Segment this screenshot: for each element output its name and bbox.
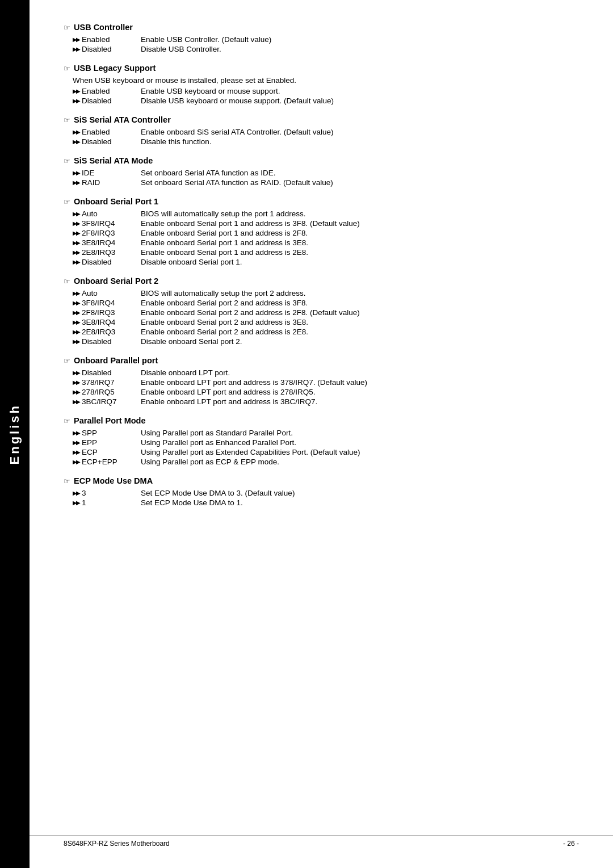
option-row: AutoBIOS will automatically setup the po… [73,209,579,218]
option-value: Enable onboard Serial port 2 and address… [141,328,579,336]
option-row: 378/IRQ7Enable onboard LPT port and addr… [73,378,579,387]
section-title-ecp-mode-use-dma: ECP Mode Use DMA [64,476,579,485]
option-row: ECP+EPPUsing Parallel port as ECP & EPP … [73,458,579,466]
option-key: RAID [73,178,141,187]
section-title-sis-serial-ata-controller: SiS Serial ATA Controller [64,115,579,124]
option-key: Disabled [73,337,141,346]
option-row: EPPUsing Parallel port as Enhanced Paral… [73,438,579,447]
option-value: Disable USB Controller. [141,45,579,53]
footer-right: - 26 - [563,840,579,848]
option-key: Enabled [73,128,141,136]
section-title-usb-legacy-support: USB Legacy Support [64,64,579,73]
option-value: Enable onboard SiS serial ATA Controller… [141,128,579,136]
option-key: 3E8/IRQ4 [73,318,141,326]
section-ecp-mode-use-dma: ECP Mode Use DMA3Set ECP Mode Use DMA to… [64,476,579,507]
option-value: Disable USB keyboard or mouse support. (… [141,97,579,105]
section-title-onboard-parallel-port: Onboard Parallel port [64,356,579,365]
option-key: Enabled [73,35,141,44]
option-key: IDE [73,169,141,177]
option-row: EnabledEnable onboard SiS serial ATA Con… [73,128,579,136]
option-key: 2F8/IRQ3 [73,229,141,237]
option-key: 2E8/IRQ3 [73,248,141,257]
option-row: 3Set ECP Mode Use DMA to 3. (Default val… [73,489,579,497]
option-value: Disable this function. [141,137,579,146]
option-value: Disable onboard Serial port 2. [141,337,579,346]
option-value: Enable USB Controller. (Default value) [141,35,579,44]
option-row: DisabledDisable this function. [73,137,579,146]
section-onboard-parallel-port: Onboard Parallel portDisabledDisable onb… [64,356,579,406]
option-value: Enable onboard Serial port 1 and address… [141,219,579,228]
option-row: DisabledDisable onboard Serial port 2. [73,337,579,346]
option-value: Enable onboard LPT port and address is 3… [141,397,579,406]
option-key: 2E8/IRQ3 [73,328,141,336]
option-key: 378/IRQ7 [73,378,141,387]
section-onboard-serial-port-1: Onboard Serial Port 1AutoBIOS will autom… [64,197,579,266]
option-row: 3E8/IRQ4Enable onboard Serial port 2 and… [73,318,579,326]
option-row: 2F8/IRQ3Enable onboard Serial port 1 and… [73,229,579,237]
option-value: BIOS will automatically setup the port 1… [141,209,579,218]
section-title-onboard-serial-port-1: Onboard Serial Port 1 [64,197,579,206]
option-value: Set onboard Serial ATA function as IDE. [141,169,579,177]
option-value: Enable onboard Serial port 2 and address… [141,308,579,317]
section-usb-controller: USB ControllerEnabledEnable USB Controll… [64,23,579,53]
option-key: 3F8/IRQ4 [73,219,141,228]
option-row: RAIDSet onboard Serial ATA function as R… [73,178,579,187]
option-row: 3F8/IRQ4Enable onboard Serial port 2 and… [73,299,579,307]
option-key: ECP [73,448,141,456]
option-value: Disable onboard LPT port. [141,368,579,377]
option-row: 2E8/IRQ3Enable onboard Serial port 2 and… [73,328,579,336]
option-value: BIOS will automatically setup the port 2… [141,289,579,297]
option-row: SPPUsing Parallel port as Standard Paral… [73,429,579,437]
option-key: Auto [73,209,141,218]
option-value: Set ECP Mode Use DMA to 1. [141,498,579,507]
option-value: Using Parallel port as Standard Parallel… [141,429,579,437]
option-key: Disabled [73,45,141,53]
option-key: 3F8/IRQ4 [73,299,141,307]
section-title-parallel-port-mode: Parallel Port Mode [64,416,579,425]
section-sis-serial-ata-controller: SiS Serial ATA ControllerEnabledEnable o… [64,115,579,146]
option-value: Using Parallel port as Enhanced Parallel… [141,438,579,447]
section-note-usb-legacy-support: When USB keyboard or mouse is installed,… [73,76,579,85]
option-row: 3F8/IRQ4Enable onboard Serial port 1 and… [73,219,579,228]
footer-left: 8S648FXP-RZ Series Motherboard [64,840,170,848]
option-row: DisabledDisable onboard LPT port. [73,368,579,377]
section-title-sis-serial-ata-mode: SiS Serial ATA Mode [64,156,579,165]
option-value: Enable onboard LPT port and address is 3… [141,378,579,387]
option-row: 1Set ECP Mode Use DMA to 1. [73,498,579,507]
section-onboard-serial-port-2: Onboard Serial Port 2AutoBIOS will autom… [64,276,579,346]
option-value: Enable onboard Serial port 1 and address… [141,248,579,257]
option-key: 3BC/IRQ7 [73,397,141,406]
option-row: EnabledEnable USB Controller. (Default v… [73,35,579,44]
option-key: Enabled [73,87,141,95]
option-value: Enable USB keyboard or mouse support. [141,87,579,95]
option-row: IDESet onboard Serial ATA function as ID… [73,169,579,177]
option-key: SPP [73,429,141,437]
option-key: EPP [73,438,141,447]
option-key: 3 [73,489,141,497]
option-row: EnabledEnable USB keyboard or mouse supp… [73,87,579,95]
option-value: Set onboard Serial ATA function as RAID.… [141,178,579,187]
option-value: Enable onboard Serial port 2 and address… [141,299,579,307]
option-key: 3E8/IRQ4 [73,238,141,247]
section-usb-legacy-support: USB Legacy SupportWhen USB keyboard or m… [64,64,579,105]
option-key: Disabled [73,137,141,146]
option-value: Enable onboard Serial port 1 and address… [141,229,579,237]
section-sis-serial-ata-mode: SiS Serial ATA ModeIDESet onboard Serial… [64,156,579,187]
sidebar: English [0,0,30,868]
option-row: 2E8/IRQ3Enable onboard Serial port 1 and… [73,248,579,257]
option-row: 278/IRQ5Enable onboard LPT port and addr… [73,388,579,396]
option-value: Enable onboard Serial port 2 and address… [141,318,579,326]
option-row: 3E8/IRQ4Enable onboard Serial port 1 and… [73,238,579,247]
footer: 8S648FXP-RZ Series Motherboard - 26 - [30,836,613,851]
option-row: ECPUsing Parallel port as Extended Capab… [73,448,579,456]
option-value: Set ECP Mode Use DMA to 3. (Default valu… [141,489,579,497]
option-key: Disabled [73,368,141,377]
option-key: Disabled [73,258,141,266]
option-row: 2F8/IRQ3Enable onboard Serial port 2 and… [73,308,579,317]
option-key: 2F8/IRQ3 [73,308,141,317]
option-row: 3BC/IRQ7Enable onboard LPT port and addr… [73,397,579,406]
section-title-usb-controller: USB Controller [64,23,579,32]
option-row: DisabledDisable USB Controller. [73,45,579,53]
option-key: Auto [73,289,141,297]
section-parallel-port-mode: Parallel Port ModeSPPUsing Parallel port… [64,416,579,466]
